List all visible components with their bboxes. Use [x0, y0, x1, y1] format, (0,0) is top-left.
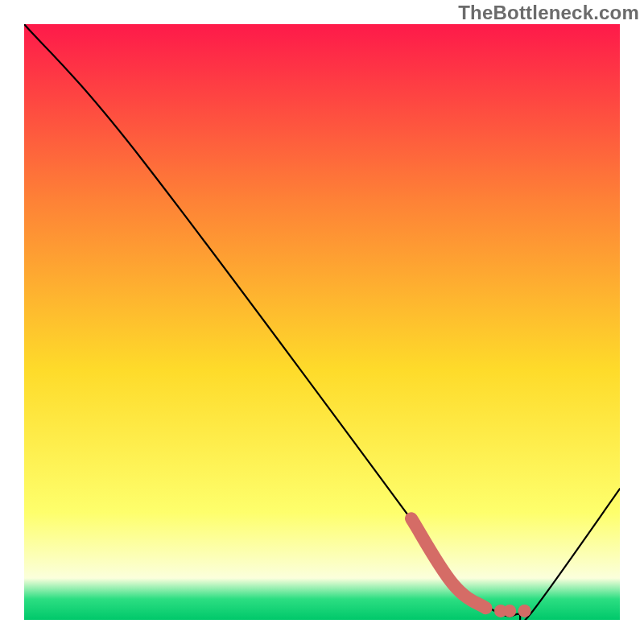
highlight-dot-1 [503, 605, 516, 617]
chart-stage: TheBottleneck.com [0, 0, 644, 644]
gradient-background [24, 24, 620, 620]
highlight-dot-2 [518, 605, 531, 617]
watermark-label: TheBottleneck.com [458, 2, 639, 24]
chart-svg [24, 24, 620, 620]
plot-area [24, 24, 620, 620]
highlight-dots-group [494, 605, 531, 617]
